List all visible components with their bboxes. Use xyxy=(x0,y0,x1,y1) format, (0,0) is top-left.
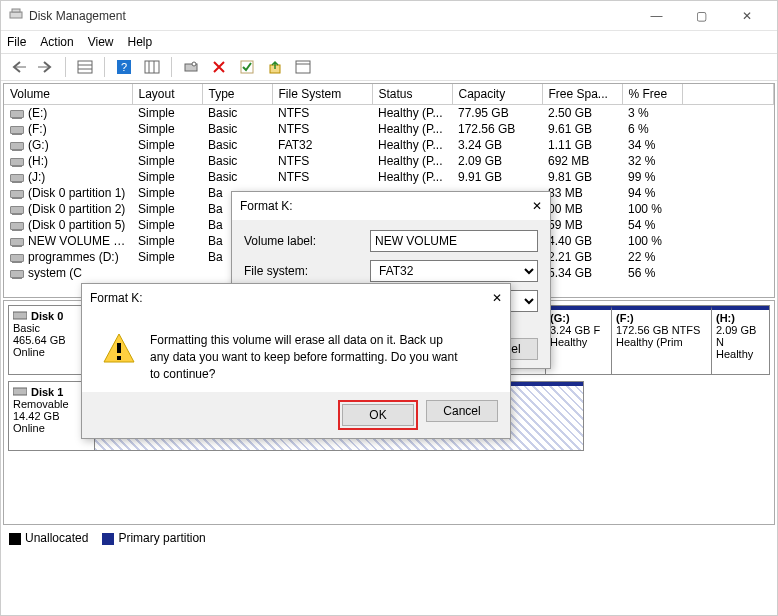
arrow-up-icon[interactable] xyxy=(264,56,286,78)
svg-point-11 xyxy=(192,62,196,66)
cell-capacity: 77.95 GB xyxy=(452,105,542,122)
volume-label-input[interactable] xyxy=(370,230,538,252)
cell-free: 9.81 GB xyxy=(542,169,622,185)
file-system-label: File system: xyxy=(244,264,364,278)
cell-free: 2.50 GB xyxy=(542,105,622,122)
maximize-button[interactable]: ▢ xyxy=(679,2,724,30)
cell-capacity: 2.09 GB xyxy=(452,153,542,169)
toolbar: ? xyxy=(1,53,777,81)
partition-h[interactable]: (H:) 2.09 GB N Healthy xyxy=(711,306,769,374)
settings-icon[interactable] xyxy=(180,56,202,78)
col-volume[interactable]: Volume xyxy=(4,84,132,105)
cell-layout: Simple xyxy=(132,153,202,169)
part-status: Healthy xyxy=(550,336,607,348)
col-pct[interactable]: % Free xyxy=(622,84,682,105)
part-size: 2.09 GB N xyxy=(716,324,765,348)
col-layout[interactable]: Layout xyxy=(132,84,202,105)
table-view-icon[interactable] xyxy=(74,56,96,78)
table-row[interactable]: (G:)SimpleBasicFAT32Healthy (P...3.24 GB… xyxy=(4,137,774,153)
cell-layout xyxy=(132,265,202,281)
menu-action[interactable]: Action xyxy=(40,35,73,49)
cell-capacity: 172.56 GB xyxy=(452,121,542,137)
menu-help[interactable]: Help xyxy=(128,35,153,49)
delete-icon[interactable] xyxy=(208,56,230,78)
svg-rect-19 xyxy=(117,356,121,360)
col-capacity[interactable]: Capacity xyxy=(452,84,542,105)
cell-layout: Simple xyxy=(132,137,202,153)
warning-icon xyxy=(102,332,136,382)
cell-pct: 22 % xyxy=(622,249,682,265)
forward-icon[interactable] xyxy=(35,56,57,78)
legend-swatch-unallocated xyxy=(9,533,21,545)
close-button[interactable]: ✕ xyxy=(724,2,769,30)
col-fs[interactable]: File System xyxy=(272,84,372,105)
table-row[interactable]: (J:)SimpleBasicNTFSHealthy (P...9.91 GB9… xyxy=(4,169,774,185)
cell-layout: Simple xyxy=(132,217,202,233)
table-row[interactable]: (F:)SimpleBasicNTFSHealthy (P...172.56 G… xyxy=(4,121,774,137)
partition-f[interactable]: (F:) 172.56 GB NTFS Healthy (Prim xyxy=(611,306,711,374)
cell-pct: 100 % xyxy=(622,233,682,249)
cell-volume: NEW VOLUME (K:) xyxy=(28,234,132,248)
legend-swatch-primary xyxy=(102,533,114,545)
cell-pct: 99 % xyxy=(622,169,682,185)
close-icon[interactable]: ✕ xyxy=(532,199,542,213)
cell-layout: Simple xyxy=(132,121,202,137)
disk-size: 465.64 GB xyxy=(13,334,90,346)
table-row[interactable]: (H:)SimpleBasicNTFSHealthy (P...2.09 GB6… xyxy=(4,153,774,169)
part-status: Healthy xyxy=(716,348,765,360)
svg-rect-14 xyxy=(296,61,310,73)
col-free[interactable]: Free Spa... xyxy=(542,84,622,105)
menu-file[interactable]: File xyxy=(7,35,26,49)
close-icon[interactable]: ✕ xyxy=(492,291,502,305)
title-bar: Disk Management — ▢ ✕ xyxy=(1,1,777,31)
table-row[interactable]: (E:)SimpleBasicNTFSHealthy (P...77.95 GB… xyxy=(4,105,774,122)
cell-layout: Simple xyxy=(132,169,202,185)
volume-icon xyxy=(10,270,24,278)
minimize-button[interactable]: — xyxy=(634,2,679,30)
cell-fs: NTFS xyxy=(272,105,372,122)
file-system-select[interactable]: FAT32 xyxy=(370,260,538,282)
cell-free: 692 MB xyxy=(542,153,622,169)
cell-fs: NTFS xyxy=(272,169,372,185)
disk-name: Disk 1 xyxy=(31,386,63,398)
cell-volume: (Disk 0 partition 1) xyxy=(28,186,125,200)
properties-icon[interactable] xyxy=(292,56,314,78)
cell-pct: 32 % xyxy=(622,153,682,169)
part-name: (H:) xyxy=(716,312,765,324)
svg-rect-17 xyxy=(13,388,27,395)
check-icon[interactable] xyxy=(236,56,258,78)
cell-layout: Simple xyxy=(132,233,202,249)
cell-free: 5.34 GB xyxy=(542,265,622,281)
confirm-ok-button[interactable]: OK xyxy=(342,404,414,426)
help-icon[interactable]: ? xyxy=(113,56,135,78)
volume-icon xyxy=(10,206,24,214)
refresh-icon[interactable] xyxy=(141,56,163,78)
cell-type: Basic xyxy=(202,153,272,169)
back-icon[interactable] xyxy=(7,56,29,78)
volume-label-label: Volume label: xyxy=(244,234,364,248)
confirm-dialog-title: Format K: xyxy=(90,291,143,305)
cell-free: 83 MB xyxy=(542,185,622,201)
volume-icon xyxy=(10,222,24,230)
col-type[interactable]: Type xyxy=(202,84,272,105)
cell-volume: (H:) xyxy=(28,154,48,168)
volume-icon xyxy=(10,190,24,198)
cell-volume: (Disk 0 partition 2) xyxy=(28,202,125,216)
menu-view[interactable]: View xyxy=(88,35,114,49)
cell-pct: 6 % xyxy=(622,121,682,137)
part-status: Healthy (Prim xyxy=(616,336,707,348)
cell-pct: 94 % xyxy=(622,185,682,201)
svg-rect-7 xyxy=(145,61,159,73)
part-size: 172.56 GB NTFS xyxy=(616,324,707,336)
col-status[interactable]: Status xyxy=(372,84,452,105)
cell-free: 2.21 GB xyxy=(542,249,622,265)
cell-capacity: 9.91 GB xyxy=(452,169,542,185)
partition-g[interactable]: (G:) 3.24 GB F Healthy xyxy=(545,306,611,374)
confirm-cancel-button[interactable]: Cancel xyxy=(426,400,498,422)
cell-status: Healthy (P... xyxy=(372,169,452,185)
cell-free: 4.40 GB xyxy=(542,233,622,249)
volume-icon xyxy=(10,238,24,246)
cell-status: Healthy (P... xyxy=(372,105,452,122)
svg-rect-16 xyxy=(13,312,27,319)
cell-pct: 56 % xyxy=(622,265,682,281)
